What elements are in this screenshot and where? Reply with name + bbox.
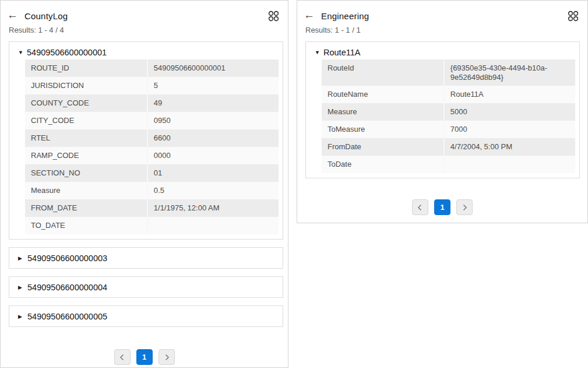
feature-accordion-collapsed[interactable]: ▶ 54909506600000005: [9, 305, 283, 327]
field-value: 0000: [147, 147, 279, 164]
table-row: JURISDICTION 5: [25, 77, 279, 94]
field-label: RouteId: [322, 59, 443, 86]
feature-accordion-collapsed[interactable]: ▶ 54909506600000004: [9, 276, 283, 298]
field-label: Measure: [25, 182, 147, 199]
field-label: COUNTY_CODE: [25, 94, 147, 112]
table-row: TO_DATE: [25, 217, 279, 234]
current-page-button[interactable]: 1: [434, 199, 450, 215]
next-page-button[interactable]: [159, 349, 175, 365]
table-row: COUNTY_CODE 49: [25, 94, 279, 112]
caret-down-icon: ▼: [315, 50, 321, 55]
current-page-button[interactable]: 1: [136, 349, 153, 365]
field-label: SECTION_NO: [25, 164, 147, 182]
table-row: ROUTE_ID 54909506600000001: [25, 59, 279, 77]
back-button[interactable]: ←: [304, 9, 315, 22]
field-value: 0950: [147, 112, 279, 129]
table-row: ToDate: [322, 156, 575, 173]
caret-right-icon: ▶: [18, 284, 24, 290]
field-label: RouteName: [322, 86, 443, 103]
engineering-panel: ← Engineering Results: 1 - 1 / 1 ▼ Route…: [297, 0, 588, 223]
field-label: ToDate: [322, 156, 443, 173]
feature-title: 54909506600000001: [27, 48, 107, 57]
feature-accordion-header[interactable]: ▼ Route11A: [310, 45, 575, 59]
feature-card-expanded: ▼ 54909506600000001 ROUTE_ID 54909506600…: [9, 41, 283, 240]
results-text: Results: 1 - 4 / 4: [1, 24, 288, 34]
field-label: RAMP_CODE: [25, 147, 147, 164]
field-value: [147, 217, 279, 234]
feature-card-expanded: ▼ Route11A RouteId {69350e35-430e-4494-b…: [305, 41, 580, 178]
feature-title: 54909506600000003: [27, 254, 107, 263]
apps-grid-icon[interactable]: [567, 10, 579, 22]
field-value: 54909506600000001: [147, 59, 279, 77]
panel-header: ← Engineering: [297, 1, 587, 24]
field-value: [443, 156, 575, 173]
feature-accordion-collapsed[interactable]: ▶ 54909506600000003: [9, 247, 283, 269]
feature-title: 54909506600000004: [27, 283, 107, 292]
table-row: CITY_CODE 0950: [25, 112, 279, 129]
caret-down-icon: ▼: [18, 50, 24, 55]
field-value: 5000: [443, 103, 575, 121]
pagination: 1: [1, 349, 288, 365]
table-row: RTEL 6600: [25, 129, 279, 147]
table-row: Measure 5000: [322, 103, 575, 121]
back-button[interactable]: ←: [7, 9, 18, 22]
feature-title: 54909506600000005: [27, 312, 107, 321]
feature-accordion-header[interactable]: ▼ 54909506600000001: [13, 45, 279, 59]
attribute-table: RouteId {69350e35-430e-4494-b10a-9e52649…: [322, 59, 575, 173]
field-label: CITY_CODE: [25, 112, 147, 129]
results-text: Results: 1 - 1 / 1: [297, 24, 587, 34]
field-label: Measure: [322, 103, 443, 121]
table-row: ToMeasure 7000: [322, 121, 575, 138]
panel-header: ← CountyLog: [1, 1, 288, 24]
field-value: 4/7/2004, 5:00 PM: [443, 138, 575, 156]
table-row: SECTION_NO 01: [25, 164, 279, 182]
panel-title: CountyLog: [24, 11, 68, 21]
field-value: Route11A: [443, 86, 575, 103]
field-label: TO_DATE: [25, 217, 147, 234]
countylog-panel: ← CountyLog Results: 1 - 4 / 4 ▼ 5490950…: [0, 0, 288, 368]
table-row: Measure 0.5: [25, 182, 279, 199]
previous-page-button[interactable]: [114, 349, 131, 365]
apps-grid-icon[interactable]: [267, 10, 280, 22]
field-label: FromDate: [322, 138, 443, 156]
field-value: {69350e35-430e-4494-b10a-9e52649d8b94}: [443, 59, 575, 86]
field-value: 1/1/1975, 12:00 AM: [147, 199, 279, 217]
field-label: ToMeasure: [322, 121, 443, 138]
field-value: 5: [147, 77, 279, 94]
field-value: 49: [147, 94, 279, 112]
field-label: RTEL: [25, 129, 147, 147]
table-row: FROM_DATE 1/1/1975, 12:00 AM: [25, 199, 279, 217]
field-label: FROM_DATE: [25, 199, 147, 217]
panel-title: Engineering: [321, 11, 369, 21]
field-value: 0.5: [147, 182, 279, 199]
field-value: 6600: [147, 129, 279, 147]
field-value: 01: [147, 164, 279, 182]
caret-right-icon: ▶: [18, 255, 24, 261]
table-row: FromDate 4/7/2004, 5:00 PM: [322, 138, 575, 156]
next-page-button[interactable]: [456, 199, 473, 215]
pagination: 1: [297, 199, 587, 215]
caret-right-icon: ▶: [18, 314, 24, 319]
table-row: RAMP_CODE 0000: [25, 147, 279, 164]
attribute-table: ROUTE_ID 54909506600000001 JURISDICTION …: [25, 59, 279, 234]
table-row: RouteName Route11A: [322, 86, 575, 103]
field-label: JURISDICTION: [25, 77, 147, 94]
feature-title: Route11A: [323, 48, 360, 57]
table-row: RouteId {69350e35-430e-4494-b10a-9e52649…: [322, 59, 575, 86]
field-label: ROUTE_ID: [25, 59, 147, 77]
previous-page-button[interactable]: [412, 199, 428, 215]
field-value: 7000: [443, 121, 575, 138]
